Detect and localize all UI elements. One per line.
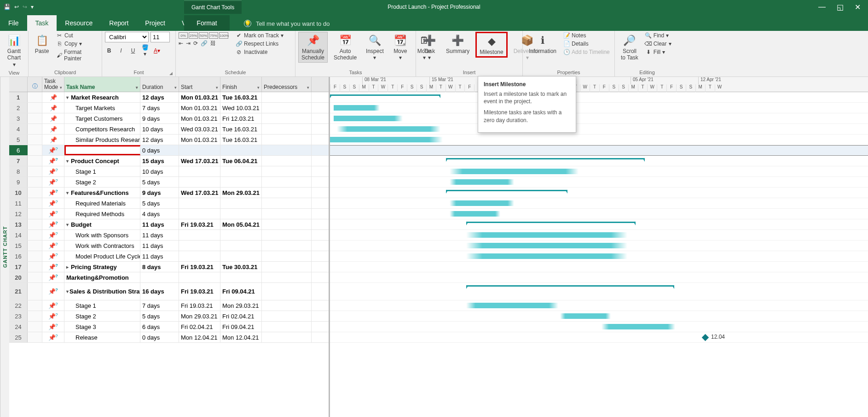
finish-cell[interactable] [220, 251, 262, 261]
summary-bar[interactable] [466, 222, 636, 223]
start-cell[interactable] [179, 209, 220, 219]
task-mode-cell[interactable]: 📌 [42, 166, 64, 176]
font-name-select[interactable]: Calibri [105, 32, 149, 42]
task-name-cell[interactable]: Stage 2 [64, 311, 140, 321]
gantt-row[interactable] [330, 300, 868, 311]
table-row[interactable]: 14📌Work with Sponsors11 days [9, 230, 329, 241]
table-row[interactable]: 7📌▾Product Concept15 daysWed 17.03.21Tue… [9, 156, 329, 166]
finish-cell[interactable]: Tue 16.03.21 [220, 92, 262, 102]
start-cell[interactable]: Mon 01.03.21 [179, 103, 220, 113]
tab-file[interactable]: File [0, 15, 27, 31]
gantt-chart-area[interactable]: 08 Mar '2115 Mar '2105 Apr '2112 Apr '21… [330, 77, 868, 417]
clear-button[interactable]: ⌫Clear ▾ [644, 40, 672, 47]
duration-cell[interactable]: 0 days [140, 145, 179, 155]
finish-cell[interactable]: Wed 10.03.21 [220, 103, 262, 113]
finish-cell[interactable] [220, 209, 262, 219]
table-row[interactable]: 13📌▾Budget11 daysFri 19.03.21Mon 05.04.2… [9, 219, 329, 230]
finish-cell[interactable] [220, 272, 262, 282]
table-row[interactable]: 15📌Work with Contractors11 days [9, 241, 329, 251]
row-number[interactable]: 9 [9, 177, 28, 187]
task-mode-cell[interactable]: 📌 [42, 124, 64, 134]
minimize-icon[interactable]: — [818, 3, 826, 12]
task-name-cell[interactable]: Work with Contractors [64, 241, 140, 251]
task-name-cell[interactable]: ▸Pricing Strategy [64, 262, 140, 272]
duration-cell[interactable]: 10 days [140, 166, 179, 176]
task-name-cell[interactable]: ▾Features&Functions [64, 188, 140, 198]
col-task-mode[interactable]: Task Mode▾ [42, 77, 64, 92]
predecessors-cell[interactable] [262, 272, 312, 282]
row-number[interactable]: 8 [9, 166, 28, 176]
summary-bar[interactable] [446, 158, 645, 159]
dialog-launcher-icon[interactable]: ◢ [169, 71, 173, 76]
task-name-cell[interactable]: ▾Market Research [64, 92, 140, 102]
duration-cell[interactable]: 11 days [140, 230, 179, 240]
task-mode-cell[interactable]: 📌 [42, 251, 64, 261]
start-cell[interactable]: Fri 19.03.21 [179, 300, 220, 311]
duration-cell[interactable]: 0 days [140, 332, 179, 342]
duration-cell[interactable]: 10 days [140, 124, 179, 134]
tab-report[interactable]: Report [101, 15, 137, 31]
finish-cell[interactable] [220, 177, 262, 187]
finish-cell[interactable]: Mon 29.03.21 [220, 188, 262, 198]
predecessors-cell[interactable] [262, 219, 312, 229]
start-cell[interactable] [179, 177, 220, 187]
start-cell[interactable] [179, 145, 220, 155]
finish-cell[interactable]: Tue 30.03.21 [220, 262, 262, 272]
gantt-row[interactable] [330, 230, 868, 241]
finish-cell[interactable] [220, 198, 262, 208]
gantt-row[interactable] [330, 198, 868, 209]
predecessors-cell[interactable] [262, 209, 312, 219]
scroll-to-task-button[interactable]: 🔎Scrollto Task [618, 32, 642, 63]
gantt-row[interactable] [330, 188, 868, 198]
predecessors-cell[interactable] [262, 124, 312, 134]
task-mode-cell[interactable]: 📌 [42, 198, 64, 208]
task-name-cell[interactable]: Release [64, 332, 140, 342]
row-number[interactable]: 12 [9, 209, 28, 219]
row-number[interactable]: 23 [9, 311, 28, 321]
col-indicators[interactable]: ⓘ [28, 77, 42, 92]
row-number[interactable]: 15 [9, 241, 28, 251]
task-bar[interactable] [450, 169, 579, 174]
update-button[interactable]: ⟳ [193, 40, 198, 47]
summary-bar[interactable] [446, 190, 567, 191]
task-name-cell[interactable]: Target Customers [64, 113, 140, 123]
gantt-row[interactable] [330, 156, 868, 166]
task-name-cell[interactable]: Stage 1 [64, 300, 140, 311]
table-row[interactable]: 16📌Model Product Life Cycle11 days [9, 251, 329, 262]
task-mode-cell[interactable]: 📌 [42, 188, 64, 198]
task-mode-cell[interactable]: 📌 [42, 209, 64, 219]
finish-cell[interactable]: Fri 02.04.21 [220, 311, 262, 321]
table-row[interactable]: 17📌▸Pricing Strategy8 daysFri 19.03.21Tu… [9, 262, 329, 272]
find-button[interactable]: 🔍Find ▾ [644, 32, 672, 39]
respect-links-button[interactable]: 🔗Respect Links [235, 40, 284, 47]
task-bar[interactable] [330, 137, 443, 142]
predecessors-cell[interactable] [262, 156, 312, 166]
col-finish[interactable]: Finish▾ [220, 77, 262, 92]
duration-cell[interactable]: 11 days [140, 241, 179, 251]
table-row[interactable]: 20📌Marketing&Promotion [9, 272, 329, 283]
row-number[interactable]: 20 [9, 272, 28, 282]
gantt-row[interactable]: 12.04 [330, 332, 868, 343]
task-name-cell[interactable]: Required Methods [64, 209, 140, 219]
unlink-button[interactable]: ⛓ [210, 40, 216, 47]
font-color-button[interactable]: A▾ [153, 47, 161, 54]
fill-color-button[interactable]: 🪣▾ [141, 44, 149, 57]
task-bar[interactable] [450, 211, 500, 217]
table-row[interactable]: 3📌Target Customers9 daysMon 01.03.21Fri … [9, 113, 329, 124]
row-number[interactable]: 5 [9, 135, 28, 145]
task-bar[interactable] [560, 313, 611, 319]
format-painter-button[interactable]: 🖌Format Painter [55, 48, 99, 62]
predecessors-cell[interactable] [262, 145, 312, 155]
table-row[interactable]: 11📌Required Materials5 days [9, 198, 329, 209]
start-cell[interactable] [179, 251, 220, 261]
task-mode-cell[interactable]: 📌 [42, 219, 64, 229]
duration-cell[interactable]: 12 days [140, 135, 179, 145]
task-name-cell[interactable]: Marketing&Promotion [64, 272, 140, 282]
start-cell[interactable]: Mon 12.04.21 [179, 332, 220, 342]
duration-cell[interactable]: 9 days [140, 188, 179, 198]
row-number[interactable]: 6 [9, 145, 28, 155]
finish-cell[interactable] [220, 166, 262, 176]
start-cell[interactable]: Mon 01.03.21 [179, 135, 220, 145]
gantt-row[interactable] [330, 251, 868, 262]
finish-cell[interactable]: Tue 16.03.21 [220, 124, 262, 134]
